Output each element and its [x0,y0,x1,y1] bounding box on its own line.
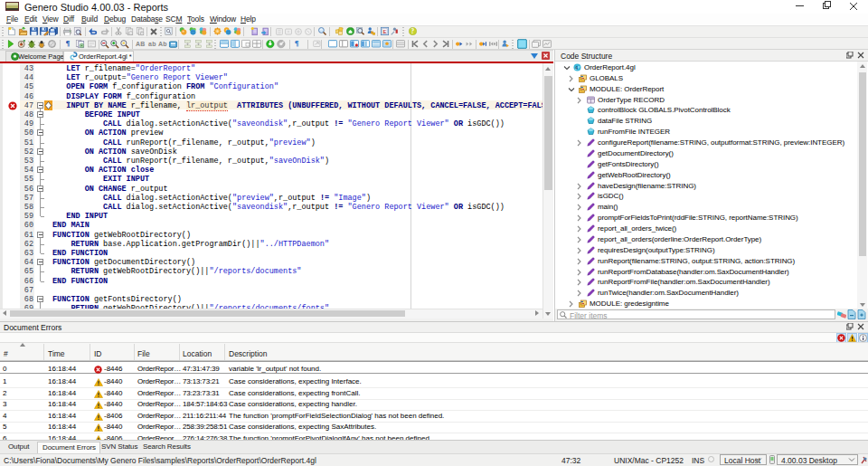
svg-text:¶: ¶ [66,39,71,48]
svg-text:E: E [383,29,387,34]
svg-text:?: ? [411,28,415,35]
svg-text:¶: ¶ [295,39,299,48]
